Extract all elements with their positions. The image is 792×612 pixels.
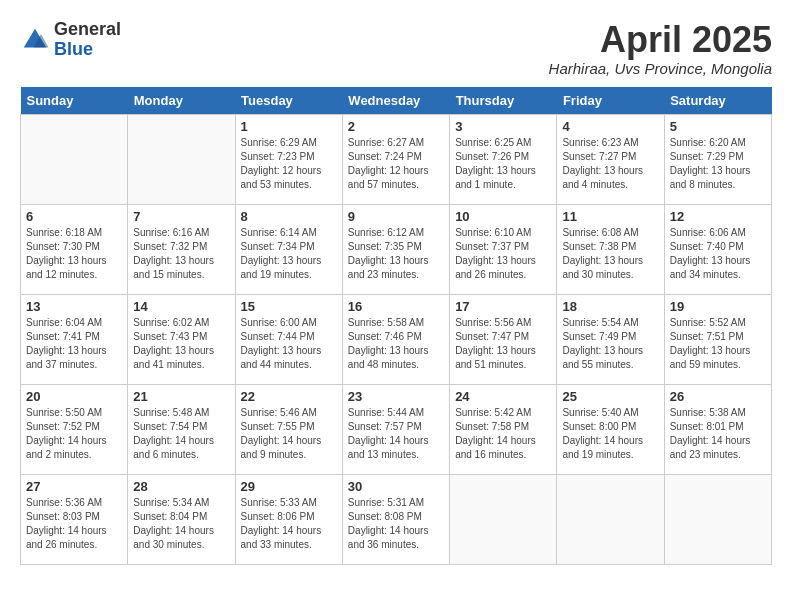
calendar-cell: 4Sunrise: 6:23 AM Sunset: 7:27 PM Daylig… bbox=[557, 114, 664, 204]
calendar-cell: 20Sunrise: 5:50 AM Sunset: 7:52 PM Dayli… bbox=[21, 384, 128, 474]
day-info: Sunrise: 6:08 AM Sunset: 7:38 PM Dayligh… bbox=[562, 226, 658, 282]
day-number: 15 bbox=[241, 299, 337, 314]
calendar-week-3: 13Sunrise: 6:04 AM Sunset: 7:41 PM Dayli… bbox=[21, 294, 772, 384]
day-number: 21 bbox=[133, 389, 229, 404]
title-block: April 2025 Harhiraa, Uvs Province, Mongo… bbox=[549, 20, 772, 77]
day-info: Sunrise: 6:10 AM Sunset: 7:37 PM Dayligh… bbox=[455, 226, 551, 282]
calendar-cell bbox=[664, 474, 771, 564]
calendar-cell: 17Sunrise: 5:56 AM Sunset: 7:47 PM Dayli… bbox=[450, 294, 557, 384]
day-number: 10 bbox=[455, 209, 551, 224]
day-info: Sunrise: 6:18 AM Sunset: 7:30 PM Dayligh… bbox=[26, 226, 122, 282]
day-number: 6 bbox=[26, 209, 122, 224]
day-info: Sunrise: 6:02 AM Sunset: 7:43 PM Dayligh… bbox=[133, 316, 229, 372]
day-number: 23 bbox=[348, 389, 444, 404]
calendar-cell: 13Sunrise: 6:04 AM Sunset: 7:41 PM Dayli… bbox=[21, 294, 128, 384]
day-info: Sunrise: 5:38 AM Sunset: 8:01 PM Dayligh… bbox=[670, 406, 766, 462]
day-number: 14 bbox=[133, 299, 229, 314]
logo-blue-text: Blue bbox=[54, 40, 121, 60]
calendar-cell: 5Sunrise: 6:20 AM Sunset: 7:29 PM Daylig… bbox=[664, 114, 771, 204]
calendar-cell: 3Sunrise: 6:25 AM Sunset: 7:26 PM Daylig… bbox=[450, 114, 557, 204]
logo-icon bbox=[20, 25, 50, 55]
calendar-cell: 23Sunrise: 5:44 AM Sunset: 7:57 PM Dayli… bbox=[342, 384, 449, 474]
calendar-cell: 25Sunrise: 5:40 AM Sunset: 8:00 PM Dayli… bbox=[557, 384, 664, 474]
calendar-table: SundayMondayTuesdayWednesdayThursdayFrid… bbox=[20, 87, 772, 565]
day-number: 29 bbox=[241, 479, 337, 494]
calendar-week-1: 1Sunrise: 6:29 AM Sunset: 7:23 PM Daylig… bbox=[21, 114, 772, 204]
day-info: Sunrise: 5:46 AM Sunset: 7:55 PM Dayligh… bbox=[241, 406, 337, 462]
day-info: Sunrise: 5:58 AM Sunset: 7:46 PM Dayligh… bbox=[348, 316, 444, 372]
month-title: April 2025 bbox=[549, 20, 772, 60]
day-number: 8 bbox=[241, 209, 337, 224]
day-number: 3 bbox=[455, 119, 551, 134]
calendar-cell: 27Sunrise: 5:36 AM Sunset: 8:03 PM Dayli… bbox=[21, 474, 128, 564]
day-number: 22 bbox=[241, 389, 337, 404]
calendar-header-row: SundayMondayTuesdayWednesdayThursdayFrid… bbox=[21, 87, 772, 115]
day-info: Sunrise: 6:06 AM Sunset: 7:40 PM Dayligh… bbox=[670, 226, 766, 282]
day-info: Sunrise: 5:40 AM Sunset: 8:00 PM Dayligh… bbox=[562, 406, 658, 462]
day-info: Sunrise: 5:42 AM Sunset: 7:58 PM Dayligh… bbox=[455, 406, 551, 462]
day-number: 9 bbox=[348, 209, 444, 224]
calendar-cell: 15Sunrise: 6:00 AM Sunset: 7:44 PM Dayli… bbox=[235, 294, 342, 384]
day-info: Sunrise: 6:16 AM Sunset: 7:32 PM Dayligh… bbox=[133, 226, 229, 282]
day-header-wednesday: Wednesday bbox=[342, 87, 449, 115]
calendar-cell: 8Sunrise: 6:14 AM Sunset: 7:34 PM Daylig… bbox=[235, 204, 342, 294]
day-info: Sunrise: 6:14 AM Sunset: 7:34 PM Dayligh… bbox=[241, 226, 337, 282]
day-number: 28 bbox=[133, 479, 229, 494]
calendar-cell: 10Sunrise: 6:10 AM Sunset: 7:37 PM Dayli… bbox=[450, 204, 557, 294]
page-header: General Blue April 2025 Harhiraa, Uvs Pr… bbox=[20, 20, 772, 77]
day-header-thursday: Thursday bbox=[450, 87, 557, 115]
calendar-cell: 16Sunrise: 5:58 AM Sunset: 7:46 PM Dayli… bbox=[342, 294, 449, 384]
day-header-friday: Friday bbox=[557, 87, 664, 115]
day-number: 12 bbox=[670, 209, 766, 224]
day-info: Sunrise: 5:48 AM Sunset: 7:54 PM Dayligh… bbox=[133, 406, 229, 462]
day-info: Sunrise: 6:00 AM Sunset: 7:44 PM Dayligh… bbox=[241, 316, 337, 372]
day-number: 24 bbox=[455, 389, 551, 404]
day-info: Sunrise: 6:04 AM Sunset: 7:41 PM Dayligh… bbox=[26, 316, 122, 372]
calendar-cell: 6Sunrise: 6:18 AM Sunset: 7:30 PM Daylig… bbox=[21, 204, 128, 294]
day-info: Sunrise: 5:54 AM Sunset: 7:49 PM Dayligh… bbox=[562, 316, 658, 372]
calendar-cell: 14Sunrise: 6:02 AM Sunset: 7:43 PM Dayli… bbox=[128, 294, 235, 384]
calendar-cell: 24Sunrise: 5:42 AM Sunset: 7:58 PM Dayli… bbox=[450, 384, 557, 474]
calendar-cell bbox=[450, 474, 557, 564]
day-info: Sunrise: 5:44 AM Sunset: 7:57 PM Dayligh… bbox=[348, 406, 444, 462]
day-number: 25 bbox=[562, 389, 658, 404]
day-number: 30 bbox=[348, 479, 444, 494]
calendar-cell: 29Sunrise: 5:33 AM Sunset: 8:06 PM Dayli… bbox=[235, 474, 342, 564]
calendar-cell bbox=[128, 114, 235, 204]
calendar-cell: 7Sunrise: 6:16 AM Sunset: 7:32 PM Daylig… bbox=[128, 204, 235, 294]
day-number: 19 bbox=[670, 299, 766, 314]
day-number: 16 bbox=[348, 299, 444, 314]
day-info: Sunrise: 6:25 AM Sunset: 7:26 PM Dayligh… bbox=[455, 136, 551, 192]
location-text: Harhiraa, Uvs Province, Mongolia bbox=[549, 60, 772, 77]
day-info: Sunrise: 6:29 AM Sunset: 7:23 PM Dayligh… bbox=[241, 136, 337, 192]
day-header-monday: Monday bbox=[128, 87, 235, 115]
calendar-cell: 22Sunrise: 5:46 AM Sunset: 7:55 PM Dayli… bbox=[235, 384, 342, 474]
day-header-saturday: Saturday bbox=[664, 87, 771, 115]
calendar-cell: 12Sunrise: 6:06 AM Sunset: 7:40 PM Dayli… bbox=[664, 204, 771, 294]
day-info: Sunrise: 5:56 AM Sunset: 7:47 PM Dayligh… bbox=[455, 316, 551, 372]
calendar-week-2: 6Sunrise: 6:18 AM Sunset: 7:30 PM Daylig… bbox=[21, 204, 772, 294]
day-number: 26 bbox=[670, 389, 766, 404]
day-info: Sunrise: 5:36 AM Sunset: 8:03 PM Dayligh… bbox=[26, 496, 122, 552]
day-number: 20 bbox=[26, 389, 122, 404]
day-info: Sunrise: 5:33 AM Sunset: 8:06 PM Dayligh… bbox=[241, 496, 337, 552]
day-info: Sunrise: 6:20 AM Sunset: 7:29 PM Dayligh… bbox=[670, 136, 766, 192]
calendar-week-5: 27Sunrise: 5:36 AM Sunset: 8:03 PM Dayli… bbox=[21, 474, 772, 564]
day-number: 1 bbox=[241, 119, 337, 134]
day-header-sunday: Sunday bbox=[21, 87, 128, 115]
day-number: 5 bbox=[670, 119, 766, 134]
day-header-tuesday: Tuesday bbox=[235, 87, 342, 115]
day-number: 4 bbox=[562, 119, 658, 134]
logo: General Blue bbox=[20, 20, 121, 60]
calendar-cell: 18Sunrise: 5:54 AM Sunset: 7:49 PM Dayli… bbox=[557, 294, 664, 384]
day-info: Sunrise: 6:12 AM Sunset: 7:35 PM Dayligh… bbox=[348, 226, 444, 282]
day-number: 11 bbox=[562, 209, 658, 224]
calendar-cell: 19Sunrise: 5:52 AM Sunset: 7:51 PM Dayli… bbox=[664, 294, 771, 384]
logo-general-text: General bbox=[54, 20, 121, 40]
day-info: Sunrise: 5:34 AM Sunset: 8:04 PM Dayligh… bbox=[133, 496, 229, 552]
day-info: Sunrise: 5:52 AM Sunset: 7:51 PM Dayligh… bbox=[670, 316, 766, 372]
calendar-cell: 2Sunrise: 6:27 AM Sunset: 7:24 PM Daylig… bbox=[342, 114, 449, 204]
calendar-cell: 11Sunrise: 6:08 AM Sunset: 7:38 PM Dayli… bbox=[557, 204, 664, 294]
day-info: Sunrise: 6:27 AM Sunset: 7:24 PM Dayligh… bbox=[348, 136, 444, 192]
day-number: 27 bbox=[26, 479, 122, 494]
